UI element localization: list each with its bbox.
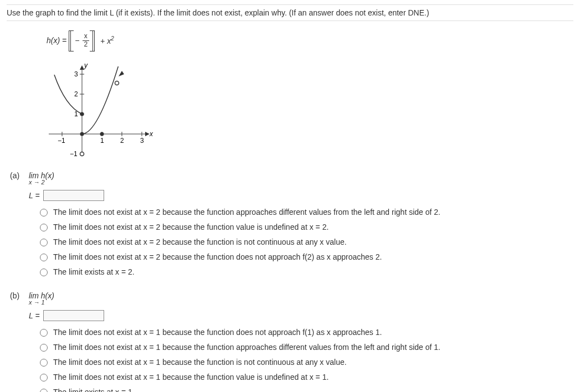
radio-a-4[interactable] [40,254,48,261]
fraction: x 2 [82,33,89,48]
radio-a-5[interactable] [40,269,48,276]
radio-b-1[interactable] [40,329,48,337]
option-text: The limit does not exist at x = 1 becaus… [53,342,440,353]
radio-b-3[interactable] [40,359,48,367]
option-text: The limit does not exist at x = 1 becaus… [53,327,382,338]
options-a: The limit does not exist at x = 2 becaus… [40,207,573,278]
option-text: The limit does not exist at x = 2 becaus… [53,207,440,218]
svg-point-24 [80,132,84,136]
function-definition: h(x) = − x 2 + x2 [47,30,573,51]
svg-text:2: 2 [120,137,124,145]
double-bracket-term: − x 2 [69,30,95,51]
L-equals-b: L = [29,310,573,321]
option-a-4[interactable]: The limit does not exist at x = 2 becaus… [40,251,573,263]
answer-input-a[interactable] [43,190,104,201]
limit-expr-a: lim h(x) x → 2 [29,171,54,185]
option-b-4[interactable]: The limit does not exist at x = 1 becaus… [40,372,573,383]
part-b-label: (b) [7,291,29,300]
option-a-5[interactable]: The limit exists at x = 2. [40,266,573,278]
L-equals-a: L = [29,190,573,201]
option-b-2[interactable]: The limit does not exist at x = 1 becaus… [40,342,573,353]
option-b-3[interactable]: The limit does not exist at x = 1 becaus… [40,357,573,368]
prompt-text: Use the graph to find the limit L (if it… [7,8,429,17]
denominator: 2 [82,41,89,48]
svg-point-23 [80,112,84,116]
option-text: The limit exists at x = 1. [53,386,135,392]
prompt: Use the graph to find the limit L (if it… [7,4,573,21]
double-bracket-left-icon [69,30,73,50]
numerator: x [83,33,89,40]
option-b-5[interactable]: The limit exists at x = 1. [40,386,573,392]
svg-text:2: 2 [74,90,78,98]
graph: 3 2 1 −1 −1 1 2 3 y x [38,61,154,158]
svg-marker-3 [145,132,150,136]
svg-point-27 [115,81,119,85]
radio-a-3[interactable] [40,239,48,246]
func-lhs: h(x) = [47,36,66,45]
svg-text:3: 3 [140,137,144,145]
limit-expr-b: lim h(x) x → 1 [29,291,54,306]
svg-text:−1: −1 [58,137,65,145]
option-text: The limit does not exist at x = 1 becaus… [53,372,329,383]
option-text: The limit does not exist at x = 2 becaus… [53,251,382,263]
option-a-1[interactable]: The limit does not exist at x = 2 becaus… [40,207,573,218]
radio-a-1[interactable] [40,209,48,216]
option-a-2[interactable]: The limit does not exist at x = 2 becaus… [40,221,573,233]
svg-text:x: x [149,130,153,138]
answer-input-b[interactable] [43,310,104,321]
svg-text:−1: −1 [70,150,78,158]
option-text: The limit does not exist at x = 2 becaus… [53,221,329,233]
svg-point-25 [100,132,104,136]
part-b: (b) lim h(x) x → 1 L = The limit does no… [7,291,573,392]
option-text: The limit does not exist at x = 2 becaus… [53,236,347,248]
svg-text:1: 1 [100,137,104,145]
options-b: The limit does not exist at x = 1 becaus… [40,327,573,392]
radio-a-2[interactable] [40,224,48,231]
plus-x-squared: + x2 [100,35,114,45]
radio-b-2[interactable] [40,344,48,352]
ytick-3: 3 [74,70,78,78]
option-a-3[interactable]: The limit does not exist at x = 2 becaus… [40,236,573,248]
double-bracket-right-icon [90,30,95,50]
neg-sign: − [75,36,79,45]
option-text: The limit exists at x = 2. [53,266,135,278]
svg-point-26 [80,152,84,156]
option-text: The limit does not exist at x = 1 becaus… [53,357,347,368]
graph-svg: 3 2 1 −1 −1 1 2 3 y x [38,61,154,158]
svg-marker-1 [80,65,84,70]
part-a-label: (a) [7,171,29,180]
part-a: (a) lim h(x) x → 2 L = The limit does no… [7,171,573,278]
radio-b-5[interactable] [40,389,48,393]
option-b-1[interactable]: The limit does not exist at x = 1 becaus… [40,327,573,338]
radio-b-4[interactable] [40,374,48,381]
svg-marker-22 [119,71,124,76]
svg-text:y: y [84,61,88,69]
